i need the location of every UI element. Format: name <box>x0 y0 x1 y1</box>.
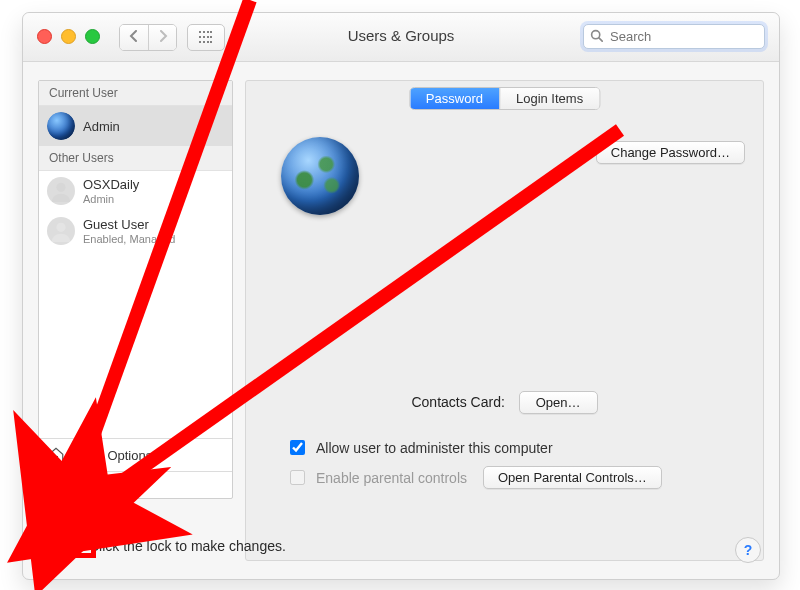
sidebar-item-other-user[interactable]: OSXDaily Admin <box>39 171 232 211</box>
sidebar-tools <box>39 471 232 498</box>
login-options-button[interactable]: Login Options <box>39 438 232 471</box>
contacts-row: Contacts Card: Open… <box>246 391 763 414</box>
avatar <box>47 217 75 245</box>
earth-icon <box>47 112 75 140</box>
svg-point-2 <box>56 183 65 192</box>
user-picture[interactable] <box>281 137 359 215</box>
svg-line-1 <box>599 37 602 40</box>
titlebar: Users & Groups <box>23 13 779 62</box>
sidebar-item-other-user[interactable]: Guest User Enabled, Managed <box>39 211 232 251</box>
lock-row[interactable]: Click the lock to make changes. <box>53 531 286 561</box>
admin-checkbox[interactable] <box>290 440 305 455</box>
user-role-label: Admin <box>83 193 139 205</box>
user-actions-button[interactable] <box>103 472 135 498</box>
svg-line-12 <box>114 488 115 489</box>
lock-text: Click the lock to make changes. <box>89 538 286 554</box>
lock-icon <box>53 531 79 561</box>
remove-user-button[interactable] <box>71 472 103 498</box>
search-field[interactable] <box>583 24 765 49</box>
user-name-label: Admin <box>83 119 120 134</box>
help-button[interactable]: ? <box>735 537 761 563</box>
content: Current User Admin Other Users OSXDaily … <box>23 62 779 579</box>
sidebar-item-current-user[interactable]: Admin <box>39 106 232 146</box>
user-detail-pane: Password Login Items Change Password… Co… <box>245 80 764 561</box>
users-sidebar: Current User Admin Other Users OSXDaily … <box>38 80 233 499</box>
gear-icon <box>112 478 126 492</box>
tab-login-items[interactable]: Login Items <box>499 88 599 109</box>
contacts-card-label: Contacts Card: <box>411 394 504 410</box>
prefs-window: Users & Groups Current User Admin Other … <box>22 12 780 580</box>
parental-checkbox-label: Enable parental controls <box>316 470 467 486</box>
user-silhouette-icon <box>50 220 72 242</box>
svg-line-13 <box>122 481 123 482</box>
parental-checkbox <box>290 470 305 485</box>
plus-icon <box>49 479 61 491</box>
detail-tabs: Password Login Items <box>409 87 600 110</box>
svg-line-10 <box>114 481 115 482</box>
search-input[interactable] <box>608 28 780 45</box>
svg-point-3 <box>56 223 65 232</box>
minus-icon <box>81 479 93 491</box>
login-options-label: Login Options <box>72 448 152 463</box>
add-user-button[interactable] <box>39 472 71 498</box>
admin-checkbox-label: Allow user to administer this computer <box>316 440 553 456</box>
search-icon <box>590 28 603 46</box>
avatar <box>47 112 75 140</box>
tab-password[interactable]: Password <box>410 88 499 109</box>
sidebar-header-current: Current User <box>39 81 232 106</box>
open-parental-controls-button[interactable]: Open Parental Controls… <box>483 466 662 489</box>
open-contacts-button[interactable]: Open… <box>519 391 598 414</box>
svg-line-11 <box>122 488 123 489</box>
avatar <box>47 177 75 205</box>
svg-point-5 <box>117 483 121 487</box>
user-silhouette-icon <box>50 180 72 202</box>
checks: Allow user to administer this computer E… <box>286 429 745 497</box>
window-footer: Click the lock to make changes. ? <box>23 515 779 579</box>
admin-checkbox-row[interactable]: Allow user to administer this computer <box>286 437 745 458</box>
parental-checkbox-row: Enable parental controls Open Parental C… <box>286 466 745 489</box>
house-icon <box>47 446 65 464</box>
sidebar-header-other: Other Users <box>39 146 232 171</box>
svg-rect-4 <box>55 457 58 462</box>
user-role-label: Enabled, Managed <box>83 233 175 245</box>
user-name-label: Guest User <box>83 217 149 232</box>
user-name-label: OSXDaily <box>83 177 139 192</box>
change-password-button[interactable]: Change Password… <box>596 141 745 164</box>
